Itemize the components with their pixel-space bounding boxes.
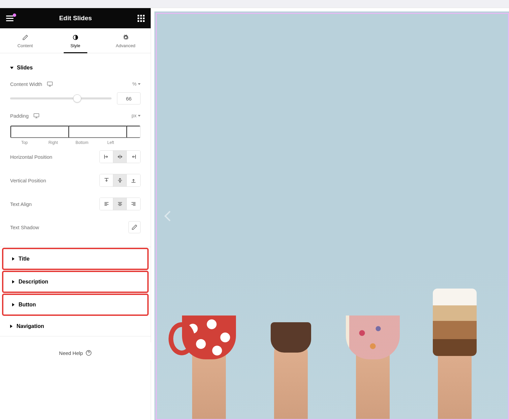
content-width-input[interactable] [117,92,141,104]
accordion-label: Description [19,279,48,285]
slider-prev-button[interactable] [162,210,175,222]
text-shadow-label: Text Shadow [10,224,39,230]
padding-bottom-input[interactable] [126,126,141,138]
align-right-icon [130,154,137,160]
horizontal-position-row: Horizontal Position [10,145,141,169]
tab-content[interactable]: Content [0,28,50,53]
accordion-label: Title [19,256,30,262]
align-middle-icon [117,177,123,183]
svg-rect-1 [48,82,53,85]
desktop-icon[interactable] [47,81,53,87]
padding-unit-select[interactable]: px [131,113,141,118]
need-help-link[interactable]: Need Help [59,350,92,356]
svg-rect-2 [34,114,39,117]
tab-advanced[interactable]: Advanced [100,28,151,53]
pencil-icon [22,34,28,40]
vpos-bottom-button[interactable] [127,174,140,186]
gear-icon [123,34,129,40]
desktop-icon[interactable] [33,113,39,119]
align-left-icon [103,154,110,160]
hpos-center-button[interactable] [113,151,127,163]
unit-label: % [132,81,137,87]
text-align-label: Text Align [10,201,32,207]
caret-right-icon [10,325,12,328]
browser-top-strip [0,0,509,8]
content-width-label: Content Width [10,81,42,87]
vertical-position-row: Vertical Position [10,169,141,192]
slide-background [154,11,509,420]
caret-down-icon [10,67,13,69]
half-circle-icon [72,34,79,40]
caret-right-icon [12,303,14,306]
horizontal-position-choose [99,150,141,163]
text-left-icon [103,201,110,207]
section-title: Slides [17,65,33,71]
chevron-down-icon [138,115,141,117]
slide-image [154,319,509,420]
content-width-unit-select[interactable]: % [132,81,141,87]
padding-inputs [10,125,141,138]
tab-style[interactable]: Style [50,28,100,53]
section-title-header[interactable]: Title [2,248,149,270]
editor-sidebar: Edit Slides Content Style Advanced Sli [0,8,151,420]
text-shadow-edit-button[interactable] [128,221,141,233]
main-menu-button[interactable] [6,16,13,21]
question-circle-icon [86,350,92,356]
unit-label: px [131,113,137,118]
sidebar-header: Edit Slides [0,8,151,28]
padding-top-input[interactable] [10,126,68,138]
caret-right-icon [12,280,14,283]
padding-side-labels: Top Right Bottom Left [10,140,141,145]
align-top-icon [103,177,110,183]
accordion-label: Navigation [17,323,44,329]
notification-dot-icon [13,13,16,17]
tab-label: Style [70,43,80,48]
vertical-position-choose [99,174,141,187]
text-center-icon [117,201,123,207]
align-center-h-icon [117,154,123,160]
padding-row: Padding px [10,107,141,124]
vpos-top-button[interactable] [100,174,113,186]
preview-area [151,8,509,420]
section-navigation-header[interactable]: Navigation [0,317,151,336]
padding-label: Padding [10,113,29,119]
hpos-left-button[interactable] [100,151,113,163]
text-align-left-button[interactable] [100,198,113,210]
text-align-right-button[interactable] [127,198,140,210]
section-description-header[interactable]: Description [2,271,149,293]
pencil-icon [131,224,138,230]
section-button-header[interactable]: Button [2,294,149,316]
accordion-label: Button [19,302,36,308]
text-right-icon [130,201,137,207]
content-width-row: Content Width % [10,76,141,92]
help-label: Need Help [59,350,83,356]
caret-right-icon [12,257,14,261]
horizontal-position-label: Horizontal Position [10,154,52,160]
content-width-slider[interactable] [10,97,112,99]
text-align-center-button[interactable] [113,198,127,210]
slider-thumb[interactable] [73,94,81,102]
panel-title: Edit Slides [13,14,138,22]
style-accordion: Title Description Button Navigation [0,247,151,336]
align-bottom-icon [130,177,137,183]
padding-right-input[interactable] [68,126,126,138]
vpos-middle-button[interactable] [113,174,127,186]
hamburger-icon [6,16,13,21]
section-slides-header[interactable]: Slides [10,57,141,76]
tab-label: Advanced [116,43,136,48]
help-footer: Need Help [0,336,151,369]
widgets-grid-button[interactable] [138,15,145,22]
vertical-position-label: Vertical Position [10,178,46,183]
text-align-row: Text Align [10,192,141,216]
tab-label: Content [18,43,33,48]
hpos-right-button[interactable] [127,151,140,163]
panel-tabs: Content Style Advanced [0,28,151,53]
text-align-choose [99,198,141,210]
text-shadow-row: Text Shadow [10,216,141,239]
chevron-down-icon [138,83,141,85]
